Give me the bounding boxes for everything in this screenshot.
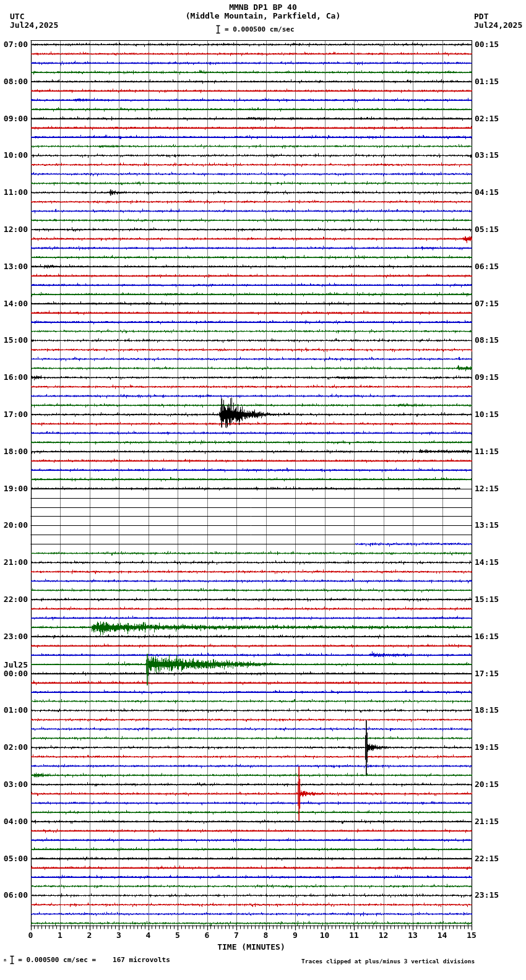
- timezone-left-label: UTC: [10, 12, 24, 20]
- pdt-hour-label: 06:15: [475, 262, 512, 270]
- utc-hour-label: 19:00: [0, 484, 28, 492]
- day-rollover-label: Jul25: [0, 661, 28, 669]
- utc-hour-label: 15:00: [0, 336, 28, 344]
- pdt-hour-label: 04:15: [475, 188, 512, 196]
- pdt-hour-label: 17:15: [475, 669, 512, 677]
- date-right-label: Jul24,2025: [474, 21, 522, 29]
- footer-scale-equivalence: n = 0.000500 cm/sec = 167 microvolts: [4, 955, 170, 965]
- x-tick-label: 11: [345, 931, 363, 939]
- x-tick-label: 12: [374, 931, 393, 939]
- pdt-hour-label: 07:15: [475, 299, 512, 307]
- footer-scale-text: = 0.000500 cm/sec =: [18, 956, 96, 964]
- x-tick-label: 4: [139, 931, 158, 939]
- x-tick-label: 13: [403, 931, 422, 939]
- x-tick-label: 3: [110, 931, 128, 939]
- utc-hour-label: 12:00: [0, 225, 28, 233]
- utc-hour-label: 22:00: [0, 595, 28, 603]
- utc-hour-label: 07:00: [0, 40, 28, 48]
- pdt-hour-label: 15:15: [475, 595, 512, 603]
- amplitude-scale-label: = 0.000500 cm/sec: [225, 25, 295, 34]
- utc-hour-label: 05:00: [0, 854, 28, 862]
- seismogram-trace-canvas: [0, 0, 526, 980]
- pdt-hour-label: 19:15: [475, 743, 512, 751]
- pdt-hour-label: 02:15: [475, 114, 512, 123]
- x-tick-label: 8: [257, 931, 275, 939]
- pdt-hour-label: 22:15: [475, 854, 512, 862]
- utc-hour-label: 13:00: [0, 262, 28, 270]
- utc-hour-label: 20:00: [0, 521, 28, 529]
- x-tick-label: 0: [22, 931, 40, 939]
- pdt-hour-label: 18:15: [475, 706, 512, 714]
- utc-hour-label: 10:00: [0, 151, 28, 159]
- pdt-hour-label: 12:15: [475, 484, 512, 492]
- pdt-hour-label: 08:15: [475, 336, 512, 344]
- pdt-hour-label: 01:15: [475, 77, 512, 85]
- pdt-hour-label: 05:15: [475, 225, 512, 233]
- utc-hour-label: 14:00: [0, 299, 28, 307]
- x-tick-label: 1: [51, 931, 69, 939]
- pdt-hour-label: 10:15: [475, 410, 512, 418]
- pdt-hour-label: 11:15: [475, 447, 512, 455]
- utc-hour-label: 16:00: [0, 373, 28, 381]
- utc-hour-label: 18:00: [0, 447, 28, 455]
- utc-hour-label: 23:00: [0, 632, 28, 640]
- utc-hour-label: 01:00: [0, 706, 28, 714]
- utc-hour-label: 02:00: [0, 743, 28, 751]
- pdt-hour-label: 09:15: [475, 373, 512, 381]
- pdt-hour-label: 23:15: [475, 891, 512, 899]
- pdt-hour-label: 00:15: [475, 40, 512, 48]
- pdt-hour-label: 03:15: [475, 151, 512, 159]
- utc-hour-label: 21:00: [0, 558, 28, 566]
- utc-hour-label: 04:00: [0, 817, 28, 825]
- pdt-hour-label: 13:15: [475, 521, 512, 529]
- x-tick-label: 6: [198, 931, 217, 939]
- helicorder-page: MMNB DP1 BP 40 (Middle Mountain, Parkfie…: [0, 0, 526, 980]
- x-tick-label: 14: [433, 931, 452, 939]
- footer-clip-note: Traces clipped at plus/minus 3 vertical …: [301, 958, 475, 965]
- utc-hour-label: 00:00: [0, 669, 28, 677]
- utc-hour-label: 03:00: [0, 780, 28, 788]
- page-subtitle: (Middle Mountain, Parkfield, Ca): [0, 12, 526, 20]
- timezone-right-label: PDT: [474, 12, 488, 20]
- pdt-hour-label: 21:15: [475, 817, 512, 825]
- date-left-label: Jul24,2025: [10, 21, 58, 29]
- x-tick-label: 10: [316, 931, 334, 939]
- scale-bar-icon: [215, 25, 221, 34]
- utc-hour-label: 08:00: [0, 77, 28, 85]
- footer-scale-prefix: n: [4, 958, 6, 963]
- x-tick-label: 2: [80, 931, 99, 939]
- utc-hour-label: 09:00: [0, 114, 28, 123]
- utc-hour-label: 11:00: [0, 188, 28, 196]
- utc-hour-label: 06:00: [0, 891, 28, 899]
- amplitude-scale: = 0.000500 cm/sec: [215, 25, 295, 34]
- footer-scale-bar-icon: [9, 955, 15, 965]
- utc-hour-label: 17:00: [0, 410, 28, 418]
- x-axis-title: TIME (MINUTES): [0, 942, 502, 952]
- page-title: MMNB DP1 BP 40: [0, 3, 526, 11]
- x-tick-label: 15: [462, 931, 481, 939]
- x-tick-label: 5: [168, 931, 187, 939]
- pdt-hour-label: 14:15: [475, 558, 512, 566]
- footer-microvolts-text: 167 microvolts: [113, 956, 170, 964]
- x-tick-label: 7: [227, 931, 246, 939]
- x-tick-label: 9: [286, 931, 304, 939]
- pdt-hour-label: 20:15: [475, 780, 512, 788]
- pdt-hour-label: 16:15: [475, 632, 512, 640]
